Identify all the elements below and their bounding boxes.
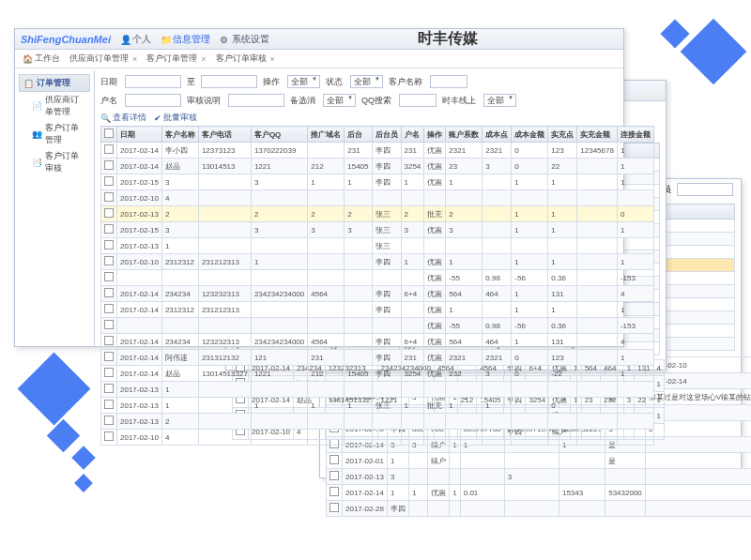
col-header[interactable]: 推广域名	[308, 127, 345, 143]
subtab-customer[interactable]: 客户订单管理×	[146, 53, 206, 65]
col-header[interactable]: 实充点	[548, 127, 577, 143]
table-row[interactable]: 2017-02-14234234123232313234234234000456…	[101, 334, 654, 350]
table-row[interactable]: 优惠-550.98-560.36-153	[101, 270, 654, 286]
top-tab-info[interactable]: 📁信息管理	[161, 33, 210, 46]
table-row[interactable]: 2017-02-14阿伟速231312132121231李四231优惠23212…	[101, 350, 654, 366]
col-header[interactable]: 连接金额	[617, 127, 653, 143]
table-row[interactable]: 2017-02-1023123122312123131李四1优惠1111	[101, 254, 654, 270]
sidebar-item-customer[interactable]: 👥客户订单管理	[19, 120, 90, 148]
checkbox[interactable]	[104, 400, 114, 409]
table-row[interactable]: 2017-02-1333	[327, 469, 752, 485]
table-row[interactable]: 2017-02-14赵晶13014513327122121215405李四325…	[101, 366, 654, 382]
col-header[interactable]: 客户QQ	[251, 127, 307, 143]
checkbox[interactable]	[104, 320, 114, 329]
checkbox[interactable]	[104, 336, 114, 345]
close-icon[interactable]: ×	[201, 54, 206, 64]
status-select[interactable]: 全部	[350, 75, 383, 88]
subtab-review[interactable]: 客户订单审核×	[216, 53, 275, 65]
checkbox[interactable]	[104, 208, 114, 218]
sidebar-item-review[interactable]: 📑客户订单审核	[19, 148, 90, 176]
checkbox[interactable]	[104, 288, 114, 297]
checkbox[interactable]	[104, 240, 114, 250]
date-from-input[interactable]	[125, 75, 181, 88]
close-icon[interactable]: ×	[270, 54, 275, 64]
checkbox[interactable]	[104, 256, 114, 265]
checkbox[interactable]	[104, 192, 114, 202]
cell: 张三	[372, 398, 401, 414]
col-header[interactable]: 实充金额	[577, 127, 618, 143]
cell: 2017-02-15	[117, 222, 162, 238]
sidebar-header[interactable]: 📋订单管理	[19, 74, 90, 92]
col-header[interactable]: 客户名称	[161, 127, 198, 143]
qq-input[interactable]	[399, 94, 437, 107]
checkbox[interactable]	[330, 503, 339, 512]
col-header[interactable]: 户名	[401, 127, 424, 143]
col-header[interactable]: 操作	[424, 127, 446, 143]
checkbox[interactable]	[104, 352, 114, 361]
checkbox[interactable]	[330, 487, 339, 496]
table-row[interactable]: 优惠-550.98-560.36-153	[101, 318, 654, 334]
col-header[interactable]: 客户电话	[198, 127, 251, 143]
table-row[interactable]: 2017-02-153333张三3优惠3111	[101, 222, 654, 238]
detail-link[interactable]: 🔍查看详情	[100, 112, 146, 124]
cell: 1	[617, 366, 653, 382]
verify-input[interactable]	[228, 94, 284, 107]
checkbox[interactable]	[104, 416, 114, 425]
table-row[interactable]: 2017-02-28李四	[327, 501, 752, 517]
date-to-input[interactable]	[201, 75, 257, 88]
col-header[interactable]: 后台员	[372, 127, 401, 143]
checkbox[interactable]	[104, 304, 114, 313]
table-row[interactable]: 2017-02-132222张三2批充2110	[101, 206, 654, 222]
checkbox[interactable]	[104, 431, 114, 441]
table-row[interactable]: 2017-02-142312312231212313李四优惠1111	[101, 302, 654, 318]
table-row[interactable]: 2017-02-14234234123232313234234234000456…	[101, 286, 654, 302]
cell: 李四	[372, 334, 401, 350]
col-header[interactable]: 成本金额	[512, 127, 548, 143]
checkbox[interactable]	[104, 176, 114, 186]
cell: 2321	[483, 350, 512, 366]
dept-select[interactable]: 全部	[323, 94, 356, 107]
table-row[interactable]: 2017-02-132	[101, 414, 654, 430]
table-row[interactable]: 2017-02-104	[101, 190, 654, 206]
col-header[interactable]: 成本点	[483, 127, 512, 143]
table-row[interactable]: 2017-02-14赵晶13014513122121215405李四3254优惠…	[101, 159, 654, 174]
subtab-supplier[interactable]: 供应商订单管理×	[69, 53, 137, 65]
search-input[interactable]	[677, 183, 733, 196]
table-row[interactable]: 2017-02-14李小四123731231370222039231李四231优…	[101, 143, 654, 159]
table-row[interactable]: 2017-02-131张三	[101, 238, 654, 254]
online-select[interactable]: 全部	[483, 94, 516, 107]
checkbox[interactable]	[330, 471, 339, 480]
top-tab-system[interactable]: ⚙系统设置	[220, 33, 269, 46]
checkbox[interactable]	[104, 384, 114, 393]
checkbox[interactable]	[104, 224, 114, 234]
subtab-workbench[interactable]: 🏠工作台	[23, 53, 60, 65]
checkbox[interactable]	[330, 455, 339, 464]
refresh-link[interactable]: ✔批量审核	[154, 112, 197, 124]
table-row[interactable]: 2017-02-104	[101, 430, 654, 446]
table-row[interactable]: 2017-02-131111张三1批充110	[101, 398, 654, 414]
table-row[interactable]: 2017-02-1411优惠10.0115343534320002017-02-…	[327, 485, 752, 501]
cell: 2017-02-14	[117, 159, 162, 174]
top-tab-personal[interactable]: 👤个人	[120, 33, 151, 46]
checkbox[interactable]	[104, 368, 114, 377]
action-links: 🔍查看详情 ✔批量审核	[100, 110, 618, 126]
col-header[interactable]: 后台	[345, 127, 372, 143]
col-header[interactable]: 账户系数	[446, 127, 483, 143]
col-header[interactable]	[101, 127, 117, 143]
checkbox[interactable]	[104, 160, 114, 170]
op-select[interactable]: 全部	[287, 75, 320, 88]
checkbox[interactable]	[104, 129, 114, 138]
account-input[interactable]	[125, 94, 181, 107]
checkbox[interactable]	[104, 272, 114, 281]
table-row[interactable]: 2017-02-153311李四1优惠1111	[101, 174, 654, 190]
cust-input[interactable]	[430, 75, 467, 88]
col-header[interactable]: 日期	[117, 127, 162, 143]
sidebar-item-supplier[interactable]: 📄供应商订单管理	[19, 92, 90, 120]
table-row[interactable]: 2017-02-011续户是	[327, 453, 752, 469]
table-row[interactable]: 2017-02-131	[101, 382, 654, 398]
cell	[308, 318, 345, 334]
cell: 464	[483, 286, 512, 302]
checkbox[interactable]	[104, 144, 114, 154]
cell	[645, 501, 751, 517]
close-icon[interactable]: ×	[132, 54, 137, 64]
